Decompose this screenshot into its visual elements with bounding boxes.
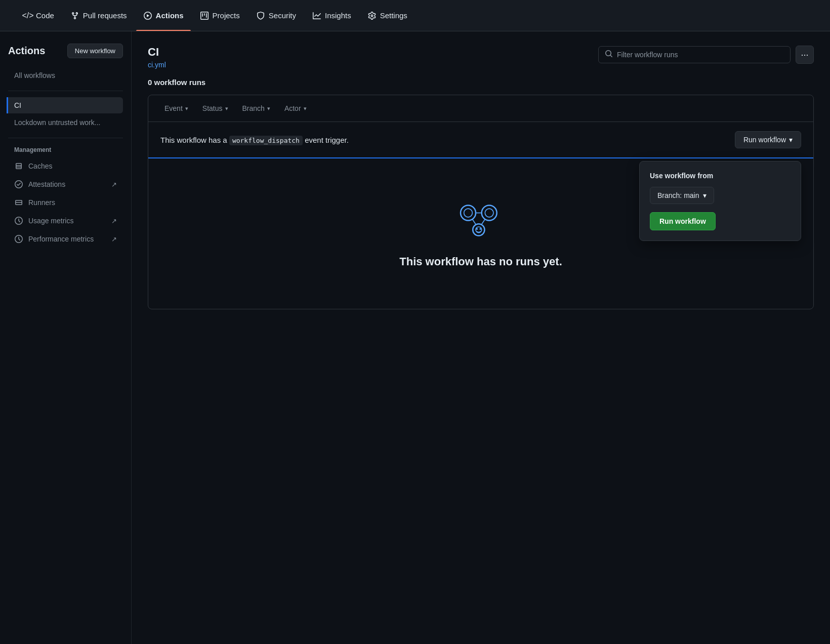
nav-code-label: Code <box>36 11 54 20</box>
filter-event-chevron: ▾ <box>185 105 188 112</box>
svg-point-7 <box>480 228 481 230</box>
nav-insights-label: Insights <box>325 11 351 20</box>
svg-line-9 <box>472 219 476 224</box>
workflow-panel: Event ▾ Status ▾ Branch ▾ Actor ▾ <box>148 95 814 309</box>
branch-selector[interactable]: Branch: main ▾ <box>650 187 714 204</box>
filter-input[interactable] <box>617 51 784 59</box>
run-workflow-green-button[interactable]: Run workflow <box>650 212 716 230</box>
sidebar-title: Actions <box>8 45 45 57</box>
attestations-external-icon: ↗ <box>111 181 117 188</box>
filter-event-button[interactable]: Event ▾ <box>158 101 194 115</box>
nav-security[interactable]: Security <box>249 7 303 24</box>
content-area: CI ci.yml ··· 0 workflow runs <box>132 31 830 644</box>
runs-count: 0 workflow runs <box>148 78 814 87</box>
nav-settings-label: Settings <box>380 11 407 20</box>
empty-illustration <box>455 199 506 241</box>
settings-icon <box>367 11 377 20</box>
svg-point-0 <box>461 206 476 221</box>
trigger-text: This workflow has a workflow_dispatch ev… <box>160 136 349 144</box>
more-options-button[interactable]: ··· <box>796 46 814 64</box>
nav-pull-requests[interactable]: Pull requests <box>63 7 134 24</box>
sidebar-divider-2 <box>8 138 123 138</box>
trigger-code: workflow_dispatch <box>229 136 303 145</box>
main-layout: Actions New workflow All workflows CI Lo… <box>0 31 830 644</box>
empty-title: This workflow has no runs yet. <box>399 255 562 268</box>
svg-point-3 <box>485 209 493 217</box>
run-workflow-label: Run workflow <box>743 136 786 144</box>
sidebar-item-usage-metrics[interactable]: Usage metrics ↗ <box>8 212 123 229</box>
sidebar-item-lockdown[interactable]: Lockdown untrusted work... <box>8 114 123 131</box>
runners-label: Runners <box>28 198 55 207</box>
sidebar-item-caches[interactable]: Caches <box>8 157 123 175</box>
nav-pull-requests-label: Pull requests <box>83 11 127 20</box>
nav-code[interactable]: </> Code <box>16 7 61 24</box>
sidebar-item-performance-metrics[interactable]: Performance metrics ↗ <box>8 230 123 248</box>
nav-projects[interactable]: Projects <box>193 7 247 24</box>
new-workflow-button[interactable]: New workflow <box>67 44 123 58</box>
nav-insights[interactable]: Insights <box>305 7 358 24</box>
run-dropdown: Use workflow from Branch: main ▾ Run wor… <box>639 161 801 241</box>
svg-line-10 <box>482 219 485 224</box>
search-icon <box>605 50 613 60</box>
filter-branch-chevron: ▾ <box>267 105 270 112</box>
filter-bar: Event ▾ Status ▾ Branch ▾ Actor ▾ <box>148 95 813 122</box>
runners-icon <box>14 198 23 207</box>
sidebar-item-attestations[interactable]: Attestations ↗ <box>8 176 123 193</box>
trigger-text-after: event trigger. <box>305 136 349 144</box>
workflow-title-block: CI ci.yml <box>148 46 166 69</box>
usage-metrics-icon <box>14 216 23 225</box>
svg-point-4 <box>473 224 484 235</box>
actions-icon <box>143 11 152 20</box>
projects-icon <box>200 11 209 20</box>
performance-metrics-icon <box>14 234 23 244</box>
performance-metrics-label: Performance metrics <box>28 235 94 243</box>
pull-requests-icon <box>70 11 79 20</box>
svg-point-1 <box>464 209 473 217</box>
filter-status-button[interactable]: Status ▾ <box>196 101 234 115</box>
sidebar-item-attestations-left: Attestations <box>14 180 65 189</box>
top-nav: </> Code Pull requests Actions Projects <box>0 0 830 31</box>
sidebar-item-ci[interactable]: CI <box>7 97 123 113</box>
usage-metrics-external-icon: ↗ <box>111 217 117 225</box>
attestations-label: Attestations <box>28 180 65 188</box>
security-icon <box>256 11 265 20</box>
branch-selector-chevron: ▾ <box>703 191 707 199</box>
trigger-text-before: This workflow has a <box>160 136 227 144</box>
caches-label: Caches <box>28 162 52 170</box>
management-label: Management <box>8 144 123 157</box>
insights-icon <box>312 11 321 20</box>
filter-status-chevron: ▾ <box>225 105 228 112</box>
nav-settings[interactable]: Settings <box>360 7 414 24</box>
nav-projects-label: Projects <box>213 11 240 20</box>
sidebar-item-runners[interactable]: Runners <box>8 194 123 211</box>
workflow-file-link[interactable]: ci.yml <box>148 61 166 69</box>
sidebar-item-all-workflows[interactable]: All workflows <box>8 67 123 84</box>
run-workflow-chevron: ▾ <box>789 136 793 144</box>
filter-actor-chevron: ▾ <box>304 105 307 112</box>
sidebar-item-performance-metrics-left: Performance metrics <box>14 234 94 244</box>
svg-point-2 <box>482 206 497 221</box>
content-header: CI ci.yml ··· <box>148 46 814 69</box>
more-options-icon: ··· <box>801 50 808 60</box>
branch-selector-label: Branch: main <box>657 191 699 199</box>
sidebar-item-usage-metrics-left: Usage metrics <box>14 216 73 225</box>
caches-icon <box>14 162 23 171</box>
header-right: ··· <box>598 46 814 64</box>
nav-actions[interactable]: Actions <box>136 7 191 24</box>
filter-actor-label: Actor <box>284 104 301 112</box>
filter-branch-label: Branch <box>242 104 265 112</box>
filter-branch-button[interactable]: Branch ▾ <box>236 101 276 115</box>
usage-metrics-label: Usage metrics <box>28 217 73 225</box>
dropdown-label: Use workflow from <box>650 172 791 180</box>
trigger-banner: This workflow has a workflow_dispatch ev… <box>148 122 813 158</box>
nav-security-label: Security <box>269 11 296 20</box>
nav-actions-label: Actions <box>156 11 184 20</box>
run-workflow-button[interactable]: Run workflow ▾ <box>735 131 801 148</box>
attestations-icon <box>14 180 23 189</box>
code-icon: </> <box>23 11 32 20</box>
sidebar-divider-1 <box>8 91 123 91</box>
filter-actor-button[interactable]: Actor ▾ <box>278 101 313 115</box>
sidebar-item-runners-left: Runners <box>14 198 55 207</box>
sidebar-header: Actions New workflow <box>8 44 123 58</box>
workflow-title: CI <box>148 46 166 59</box>
